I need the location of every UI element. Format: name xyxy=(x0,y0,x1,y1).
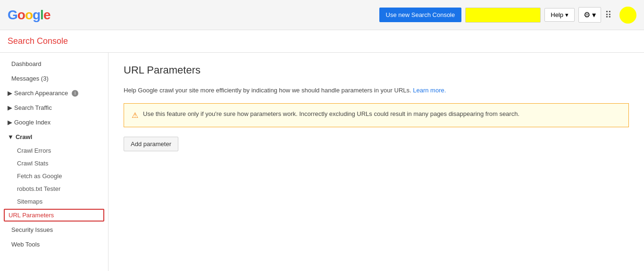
sidebar-item-crawl-errors[interactable]: Crawl Errors xyxy=(0,144,108,157)
sub-header: Search Console xyxy=(0,30,644,53)
google-logo-area: Google xyxy=(8,8,50,23)
security-issues-label: Security Issues xyxy=(11,226,53,233)
new-search-console-button[interactable]: Use new Search Console xyxy=(379,8,462,22)
sidebar-item-crawl[interactable]: ▼ Crawl xyxy=(0,130,108,144)
sidebar-item-search-traffic[interactable]: ▶ Search Traffic xyxy=(0,100,108,115)
main-layout: Dashboard Messages (3) ▶ Search Appearan… xyxy=(0,53,644,271)
sidebar-item-sitemaps[interactable]: Sitemaps xyxy=(0,195,108,208)
messages-label: Messages (3) xyxy=(11,75,49,82)
fetch-as-google-label: Fetch as Google xyxy=(17,172,62,180)
sidebar-item-security-issues[interactable]: Security Issues xyxy=(0,222,108,237)
crawl-stats-label: Crawl Stats xyxy=(17,160,48,167)
robots-txt-label: robots.txt Tester xyxy=(17,185,60,192)
gear-settings-button[interactable]: ⚙ ▾ xyxy=(578,7,601,23)
sidebar-item-search-appearance[interactable]: ▶ Search Appearance i xyxy=(0,86,108,100)
search-appearance-arrow-icon: ▶ xyxy=(8,90,12,97)
add-parameter-button[interactable]: Add parameter xyxy=(124,137,178,151)
main-content: URL Parameters Help Google crawl your si… xyxy=(109,53,644,271)
google-index-arrow-icon: ▶ xyxy=(8,119,12,126)
web-tools-label: Web Tools xyxy=(11,241,40,248)
google-index-label: Google Index xyxy=(14,119,50,126)
sidebar-item-web-tools[interactable]: Web Tools xyxy=(0,237,108,252)
help-button[interactable]: Help ▾ xyxy=(544,8,575,22)
url-parameters-label: URL Parameters xyxy=(8,212,54,219)
sidebar-item-crawl-stats[interactable]: Crawl Stats xyxy=(0,157,108,170)
search-appearance-info-icon[interactable]: i xyxy=(72,90,78,97)
learn-more-link[interactable]: Learn more. xyxy=(413,87,446,94)
search-appearance-label: Search Appearance xyxy=(14,90,68,97)
description-text: Help Google crawl your site more efficie… xyxy=(124,87,411,94)
help-label: Help xyxy=(551,11,563,18)
sidebar-item-google-index[interactable]: ▶ Google Index xyxy=(0,115,108,130)
gear-chevron-icon: ▾ xyxy=(592,10,596,19)
page-description: Help Google crawl your site more efficie… xyxy=(124,86,629,96)
dashboard-label: Dashboard xyxy=(11,60,42,67)
search-console-title: Search Console xyxy=(8,36,68,46)
sidebar-item-fetch-as-google[interactable]: Fetch as Google xyxy=(0,170,108,182)
sidebar-item-url-parameters[interactable]: URL Parameters xyxy=(4,209,104,222)
warning-text: Use this feature only if you're sure how… xyxy=(143,109,519,119)
apps-grid-icon[interactable]: ⠿ xyxy=(605,9,612,21)
avatar[interactable] xyxy=(619,7,636,24)
crawl-errors-label: Crawl Errors xyxy=(17,147,51,154)
warning-icon: ⚠ xyxy=(132,110,138,121)
search-traffic-label: Search Traffic xyxy=(14,104,52,111)
sidebar-item-dashboard[interactable]: Dashboard xyxy=(0,57,108,71)
sidebar-item-robots-txt[interactable]: robots.txt Tester xyxy=(0,182,108,195)
help-chevron-icon: ▾ xyxy=(565,11,569,18)
gear-icon: ⚙ xyxy=(584,10,590,19)
page-title: URL Parameters xyxy=(124,64,629,76)
google-logo: Google xyxy=(8,8,50,23)
sidebar: Dashboard Messages (3) ▶ Search Appearan… xyxy=(0,53,109,271)
warning-box: ⚠ Use this feature only if you're sure h… xyxy=(124,103,629,127)
sitemaps-label: Sitemaps xyxy=(17,198,42,205)
crawl-arrow-icon: ▼ xyxy=(8,133,14,140)
crawl-label: Crawl xyxy=(16,133,32,140)
search-bar[interactable] xyxy=(465,8,541,23)
sidebar-item-messages[interactable]: Messages (3) xyxy=(0,71,108,86)
header: Google Use new Search Console Help ▾ ⚙ ▾… xyxy=(0,0,644,30)
header-right: Use new Search Console Help ▾ ⚙ ▾ ⠿ xyxy=(379,7,636,24)
search-traffic-arrow-icon: ▶ xyxy=(8,104,12,111)
